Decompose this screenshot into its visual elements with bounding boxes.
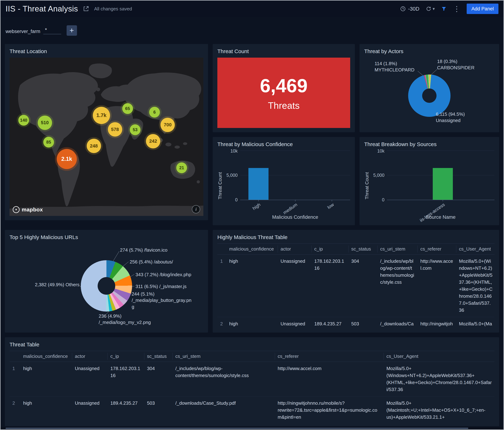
panel-title: Threat Count bbox=[213, 44, 355, 56]
cell-cs-referer: http://www.accel.com bbox=[275, 362, 384, 396]
pie-label-carbonspider: 18 (0.3%) CARBONSPIDER bbox=[437, 58, 475, 71]
panel-title: Threat Breakdown by Sources bbox=[360, 137, 499, 149]
x-axis-label: Malicious Confidence bbox=[224, 215, 350, 221]
row-number-header bbox=[217, 244, 226, 254]
urls-donut-chart: 274 (5.7%) /favicon.ico 256 (5.4%) /abou… bbox=[9, 243, 203, 328]
cell-sc-status: 304 bbox=[144, 362, 172, 396]
table-row[interactable]: 2 high Unassigned 189.4.235.27 503 /_dow… bbox=[9, 396, 495, 422]
y-axis-label: Threat Count bbox=[217, 172, 223, 199]
cell-cs-uri-stem: /_includes/wp/blog/wp-content/themes/sum… bbox=[377, 254, 417, 317]
column-header[interactable]: actor bbox=[278, 244, 311, 254]
column-header[interactable]: cs_uri_stem bbox=[172, 351, 275, 362]
threat-count-label: Threats bbox=[268, 100, 300, 111]
cell-actor: Unassigned bbox=[278, 254, 311, 317]
add-panel-button[interactable]: Add Panel bbox=[467, 4, 498, 14]
panel-title: Threat Table bbox=[5, 337, 499, 349]
top-bar: IIS - Threat Analysis All changes saved … bbox=[0, 0, 504, 17]
pie-label-play-button: 244 (5.1%) /_media/play_button_gray.png bbox=[132, 291, 193, 310]
highly-malicious-threat-table: malicious_confidenceactorc_ipsc_statuscs… bbox=[217, 243, 495, 328]
column-header[interactable]: cs_User_Agent bbox=[384, 351, 495, 362]
column-header[interactable]: cs_referer bbox=[417, 244, 456, 254]
panel-highly-malicious-table: Highly Malicious Threat Table malicious_… bbox=[213, 230, 499, 332]
map-bubble[interactable]: 700 bbox=[161, 118, 175, 132]
y-axis-ticks: 10k 5,000 0 bbox=[370, 151, 387, 200]
column-header[interactable]: cs_referer bbox=[275, 351, 384, 362]
bar-iis-logs-access[interactable] bbox=[433, 168, 453, 200]
map-bubble[interactable]: 2.1k bbox=[57, 149, 77, 169]
cell-actor: Unassigned bbox=[278, 317, 311, 328]
actors-donut[interactable] bbox=[408, 74, 450, 117]
map-bubble[interactable]: 140 bbox=[18, 115, 29, 126]
panel-title: Threat by Malicious Confidence bbox=[213, 137, 355, 149]
column-header[interactable]: cs_uri_stem bbox=[377, 244, 417, 254]
column-header[interactable]: sc_status bbox=[348, 244, 377, 254]
cell-sc-status: 503 bbox=[144, 396, 172, 422]
table-row[interactable]: 1 high Unassigned 178.162.203.116 304 /_… bbox=[217, 254, 495, 317]
column-header[interactable]: malicious_confidence bbox=[20, 351, 72, 362]
cell-cs-user-agent: Mozilla/5.0+(Windows+NT+6.2)+AppleWebKit… bbox=[384, 362, 495, 396]
column-header[interactable]: c_ip bbox=[311, 244, 348, 254]
filter-icon[interactable] bbox=[441, 6, 447, 11]
world-map[interactable]: 140510852.1k2481.7k5786553670024221 ✦ ma… bbox=[9, 58, 203, 216]
panel-threat-breakdown-sources: Threat Breakdown by Sources Threat Count… bbox=[360, 137, 499, 225]
map-bubble[interactable]: 21 bbox=[176, 162, 187, 173]
horizontal-scrollbar[interactable] bbox=[0, 427, 504, 430]
cell-c-ip: 189.4.235.27 bbox=[108, 396, 144, 422]
confidence-bar-chart: Threat Count 10k 5,000 0 bbox=[217, 151, 350, 221]
map-bubble[interactable]: 6 bbox=[149, 107, 160, 117]
kebab-menu-icon[interactable]: ⋮ bbox=[453, 5, 460, 12]
cell-cs-referer: http://ningwitjohnno.ru/mobile/s? bbox=[417, 317, 456, 328]
column-header[interactable]: c_ip bbox=[108, 351, 144, 362]
pie-label-js-master: 311 (6.5%) /_js/master.js bbox=[135, 283, 187, 290]
column-header[interactable]: malicious_confidence bbox=[226, 244, 278, 254]
pie-label-logo-png: 236 (4.9%) /_media/logo_my_v2.png bbox=[99, 313, 161, 326]
panel-threat-location: Threat Location bbox=[5, 44, 208, 220]
map-bubble[interactable]: 53 bbox=[130, 124, 141, 135]
cell-malicious-confidence: high bbox=[226, 254, 278, 317]
panel-top-urls: Top 5 Highly Malicious URLs 274 (5.7%) /… bbox=[5, 230, 208, 332]
sources-bar-chart: Threat Count 10k 5,000 0 bbox=[364, 151, 495, 221]
map-bubble[interactable]: 65 bbox=[122, 103, 133, 114]
refresh-control[interactable]: ▾ bbox=[426, 6, 435, 12]
map-bubble[interactable]: 510 bbox=[38, 116, 52, 130]
add-filter-button[interactable]: + bbox=[67, 25, 77, 36]
panel-malicious-confidence: Threat by Malicious Confidence Threat Co… bbox=[213, 137, 355, 225]
x-tick: low bbox=[326, 202, 335, 210]
map-bubble[interactable]: 242 bbox=[146, 134, 160, 148]
x-tick: high bbox=[252, 202, 261, 211]
table-row[interactable]: 1 high Unassigned 178.162.203.116 304 /_… bbox=[9, 362, 495, 396]
panel-title: Threat by Actors bbox=[360, 44, 499, 56]
map-bubble[interactable]: 1.7k bbox=[93, 107, 110, 124]
threat-count-tile[interactable]: 6,469 Threats bbox=[217, 58, 350, 128]
map-bubble[interactable]: 85 bbox=[43, 137, 54, 148]
panel-threat-table: Threat Table malicious_confidenceactorc_… bbox=[5, 337, 499, 426]
cell-malicious-confidence: high bbox=[20, 362, 72, 396]
mapbox-logo-icon: ✦ bbox=[13, 206, 19, 213]
clock-icon bbox=[400, 6, 406, 12]
pie-label-mythicleopard: 114 (1.8%) MYTHICLEOPARD bbox=[375, 61, 414, 73]
urls-donut[interactable] bbox=[81, 260, 132, 312]
share-icon[interactable] bbox=[83, 6, 89, 12]
cell-actor: Unassigned bbox=[72, 396, 108, 422]
cell-cs-user-agent: Mozilla/5.0+(Macintosh;+U;+Intel+Mac+OS+… bbox=[384, 396, 495, 422]
scrollbar-thumb[interactable] bbox=[6, 428, 468, 429]
map-bubbles: 140510852.1k2481.7k5786553670024221 bbox=[9, 58, 203, 216]
column-header[interactable]: cs_User_Agent bbox=[456, 244, 495, 254]
cell-malicious-confidence: high bbox=[20, 396, 72, 422]
map-bubble[interactable]: 578 bbox=[108, 122, 122, 137]
mapbox-attribution[interactable]: ✦ mapbox bbox=[13, 206, 43, 213]
cell-cs-uri-stem: /_downloads/Case_Study.pdf bbox=[172, 396, 275, 422]
filter-value-input[interactable] bbox=[43, 27, 61, 34]
time-range-control[interactable]: -30D bbox=[400, 6, 419, 12]
pie-label-unassigned: 6,115 (94.5%) Unassigned bbox=[436, 111, 465, 124]
table-row[interactable]: 2 high Unassigned 189.4.235.27 503 /_dow… bbox=[217, 317, 495, 328]
map-info-icon[interactable]: i bbox=[192, 205, 200, 213]
cell-cs-user-agent: Mozilla/5.0+(Macintosh;+U;+Intel+Mac+OS bbox=[456, 317, 495, 328]
column-header[interactable]: sc_status bbox=[144, 351, 172, 362]
cell-cs-user-agent: Mozilla/5.0+(Windows+NT+6.2)+AppleWebKit… bbox=[456, 254, 495, 317]
cell-cs-uri-stem: /_downloads/Case_Study.pdf bbox=[377, 317, 417, 328]
filter-field-name: webserver_farm bbox=[6, 29, 40, 34]
bar-high[interactable] bbox=[248, 168, 269, 200]
map-bubble[interactable]: 248 bbox=[87, 139, 101, 153]
column-header[interactable]: actor bbox=[72, 351, 108, 362]
